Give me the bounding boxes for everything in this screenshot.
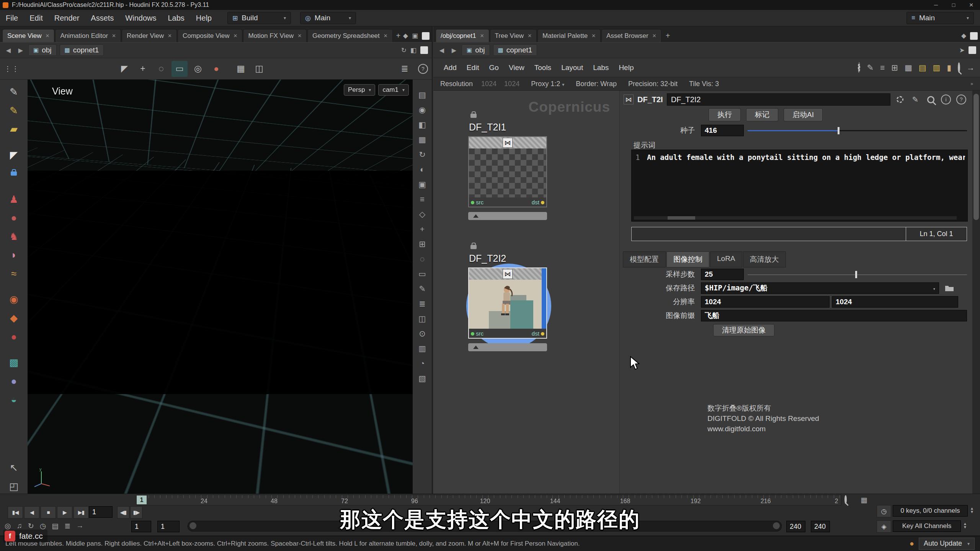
eraser-tool-icon[interactable]: ▰ [6,122,21,137]
lighting-icon[interactable]: ▦ [418,135,426,144]
circle-guide-icon[interactable]: ◌ [420,254,425,264]
pane-link-icon[interactable]: ◧ [410,46,416,54]
pane-split-icon[interactable]: ▣ [412,32,418,40]
scrollbar-thumb[interactable] [973,94,979,220]
net-menu-view[interactable]: View [504,61,529,74]
border-setting[interactable]: Border: Wrap [576,80,617,88]
parameter-scrollbar[interactable] [972,91,980,494]
table-icon[interactable]: ⊞ [891,63,898,72]
dst-port[interactable]: dst [532,330,544,337]
back-icon[interactable]: ◀ [4,47,13,54]
frame-icon[interactable]: ▭ [418,269,426,279]
prompt-editor[interactable]: 1 An adult female with a ponytail sittin… [631,150,968,222]
menu-labs[interactable]: Labs [162,11,190,25]
pane-maximize-icon[interactable] [420,46,428,54]
list-icon[interactable]: ≡ [880,63,885,72]
tab-lora[interactable]: LoRA [710,251,742,267]
material-tool-icon[interactable]: ◒ [6,393,21,407]
close-icon[interactable]: ✕ [384,33,388,39]
prompt-hscrollbar[interactable] [634,216,957,220]
new-tab-button[interactable]: + [394,29,403,42]
character-tool-icon[interactable]: ♟ [6,192,21,207]
geometry-icon[interactable]: ▣ [418,180,426,189]
playbar-options-icon[interactable]: ▦ [861,496,867,504]
h air-tool-icon[interactable]: ≈ [6,267,21,281]
playbar-zoom-icon[interactable] [844,496,847,503]
node-footer-bar[interactable] [468,343,547,351]
display-flag[interactable] [542,268,546,329]
annotate-icon[interactable]: ✎ [419,284,426,293]
chevron-down-icon[interactable]: ▾ [933,286,936,292]
pencil-tool-icon[interactable]: ✎ [6,104,21,118]
pane-pin-icon[interactable]: ◆ [961,32,966,40]
close-icon[interactable]: ✕ [168,33,172,39]
split-view-icon[interactable]: ◫ [418,314,426,323]
halfres-icon[interactable]: ◐ [420,165,425,174]
scene-viewport[interactable]: View Persp ▾ cam1 ▾ y [28,80,413,494]
path-node-chip[interactable]: ▩ copnet1 [60,44,104,56]
src-port[interactable]: src [471,330,483,337]
path-root-chip[interactable]: ▣ obj [462,44,490,56]
display-options-icon[interactable]: ▤ [418,90,426,99]
hatch-icon[interactable]: ▧ [418,374,426,383]
tab-geometry-spreadsheet[interactable]: Geometry Spreadsheet✕ [307,29,393,42]
box-select-tool-icon[interactable]: ▭ [172,61,188,77]
forward-icon[interactable]: ▶ [16,47,25,54]
reset-view-icon[interactable]: ↻ [419,150,426,159]
shelf-build-combo[interactable]: ⊞ Build ▾ [227,12,291,24]
customize-icon[interactable] [858,64,860,72]
target-icon[interactable]: ⊙ [419,329,426,338]
slider-handle[interactable] [838,127,840,134]
node-name-input[interactable]: DF_T2I2 [667,93,890,106]
menu-windows[interactable]: Windows [119,11,162,25]
select-arrow-icon[interactable]: ◤ [6,148,21,163]
menu-edit[interactable]: Edit [24,11,48,25]
camera-view-icon[interactable]: ◉ [419,105,426,114]
seed-slider[interactable] [748,125,967,136]
mark-button[interactable]: 标记 [746,108,778,121]
menu-help[interactable]: Help [190,11,217,25]
net-menu-tools[interactable]: Tools [529,61,556,74]
auto-update-combo[interactable]: Auto Update ▾ [919,538,975,550]
pie-icon[interactable]: ◔ [420,359,425,368]
slider-handle[interactable] [855,271,857,278]
grid-icon[interactable]: ▦ [905,63,912,72]
prompt-text[interactable]: An adult female with a ponytail sitting … [647,153,965,161]
execute-button[interactable]: 执行 [709,108,741,121]
projection-combo[interactable]: Persp ▾ [344,84,375,96]
display-settings-icon[interactable]: ≣ [397,61,413,77]
fluid-tool-icon[interactable]: ◉ [6,292,21,307]
overflow-icon[interactable]: » [970,81,973,86]
menu-assets[interactable]: Assets [85,11,119,25]
tab-model-config[interactable]: 模型配置 [623,251,666,267]
gear-icon[interactable] [894,94,906,105]
back-icon[interactable]: ◀ [437,47,446,54]
tab-upscale[interactable]: 高清放大 [743,251,786,267]
paint-tool-icon[interactable]: ✎ [6,85,21,99]
tab-motion-fx-view[interactable]: Motion FX View✕ [243,29,307,42]
info-icon[interactable]: i [940,94,952,105]
close-icon[interactable]: ✕ [233,33,237,39]
path-root-chip[interactable]: ▣ obj [28,44,57,56]
select-tool-icon[interactable]: ◤ [116,61,132,77]
frame-ruler[interactable]: 1 24 48 72 96 120 144 168 192 216 2 [136,495,841,505]
search-icon[interactable] [925,94,936,105]
refresh-icon[interactable]: ↻ [401,46,407,54]
file-chooser-button[interactable] [943,282,956,294]
tab-scene-view[interactable]: Scene View✕ [2,29,54,42]
search-icon[interactable] [958,64,960,72]
close-icon[interactable]: ✕ [591,33,596,39]
copnet-tool-icon[interactable]: ▩ [6,355,21,370]
steps-field[interactable]: 25 [701,269,744,280]
minimize-button[interactable]: ─ [927,2,945,8]
network-editor[interactable]: Copernicus DF_T2I1 ⋈ src [433,91,619,494]
desktop-combo[interactable]: ◎ Main ▾ [300,12,356,24]
cache-icon[interactable]: ▮ [947,63,951,72]
net-menu-add[interactable]: Add [439,61,462,74]
start-ai-button[interactable]: 启动AI [784,108,823,121]
steps-slider[interactable] [748,269,967,280]
close-icon[interactable]: ✕ [652,33,657,39]
sphere-handle-icon[interactable]: ● [208,61,224,77]
net-menu-go[interactable]: Go [484,61,504,74]
pane-maximize-icon[interactable] [422,32,430,40]
